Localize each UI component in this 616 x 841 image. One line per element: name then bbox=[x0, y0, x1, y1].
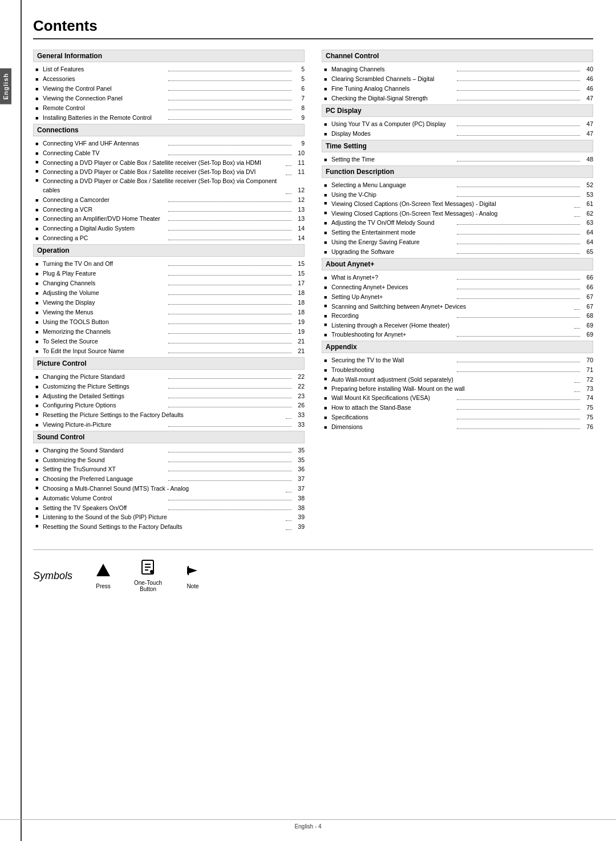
toc-text: Listening to the Sound of the Sub (PIP) … bbox=[43, 512, 284, 521]
toc-text: Scanning and Switching between Anynet+ D… bbox=[331, 302, 573, 311]
page-number: 11 bbox=[293, 158, 305, 167]
toc-section: Connections ■ Connecting VHF and UHF Ant… bbox=[33, 124, 305, 244]
dot-leader bbox=[168, 353, 292, 353]
page-number: 23 bbox=[293, 391, 305, 401]
list-item: ■ Using Your TV as a Computer (PC) Displ… bbox=[322, 119, 593, 129]
dot-leader bbox=[168, 452, 292, 452]
toc-text: Automatic Volume Control bbox=[43, 494, 167, 503]
svg-rect-4 bbox=[145, 569, 148, 571]
dot-leader bbox=[168, 145, 292, 145]
dot-leader bbox=[168, 294, 292, 295]
page-number: 12 bbox=[293, 185, 305, 195]
toc-text: Auto Wall-mount adjustment (Sold separat… bbox=[331, 375, 573, 384]
dot-leader bbox=[286, 418, 291, 419]
dot-leader bbox=[286, 165, 291, 166]
page-number: 76 bbox=[582, 422, 593, 431]
svg-point-5 bbox=[150, 570, 153, 573]
list-item: ■ Accessories 5 bbox=[33, 74, 305, 84]
toc-text: Viewing the Display bbox=[43, 298, 167, 307]
bullet-icon: ■ bbox=[35, 86, 41, 94]
list-item: ■ Setting the Time 48 bbox=[322, 155, 593, 164]
page-number: 6 bbox=[293, 84, 305, 93]
toc-text: Connecting a DVD Player or Cable Box / S… bbox=[43, 158, 284, 167]
section-header: Appendix bbox=[322, 341, 593, 353]
bullet-icon: ■ bbox=[324, 424, 330, 432]
list-item: ■ Auto Wall-mount adjustment (Sold separ… bbox=[322, 375, 593, 384]
bullet-icon: ■ bbox=[324, 192, 330, 200]
toc-text: Installing Batteries in the Remote Contr… bbox=[43, 113, 167, 122]
press-label: Press bbox=[96, 583, 111, 589]
list-item: ■ Adjusting the Volume 18 bbox=[33, 288, 305, 298]
symbol-one-touch: One-TouchButton bbox=[134, 559, 162, 592]
list-item: ■ Connecting Anynet+ Devices 66 bbox=[322, 282, 593, 292]
bullet-icon: ■ bbox=[324, 95, 330, 103]
bullet-icon: ■ bbox=[324, 395, 330, 403]
bullet-icon: ■ bbox=[35, 225, 41, 233]
dot-leader bbox=[168, 71, 292, 71]
toc-list: ■ List of Features 5 ■ Accessories 5 ■ V… bbox=[33, 64, 305, 123]
list-item: ■ Connecting an Amplifier/DVD Home Theat… bbox=[33, 214, 305, 224]
toc-text: Using Your TV as a Computer (PC) Display bbox=[331, 119, 455, 128]
bullet-icon: ■ bbox=[324, 220, 330, 228]
bullet-icon: ■ bbox=[324, 357, 330, 365]
page-number: 18 bbox=[293, 288, 305, 297]
list-item: ■ Using the TOOLS Button 19 bbox=[33, 317, 305, 327]
bullet-icon: ■ bbox=[35, 374, 41, 382]
toc-list: ■ Turning the TV On and Off 15 ■ Plug & … bbox=[33, 259, 305, 355]
bullet-icon: ■ bbox=[324, 302, 330, 310]
page-number: 74 bbox=[582, 393, 593, 402]
toc-section: PC Display ■ Using Your TV as a Computer… bbox=[322, 104, 593, 139]
list-item: ■ Fine Tuning Analog Channels 46 bbox=[322, 84, 593, 94]
dot-leader bbox=[168, 230, 292, 231]
list-item: ■ Connecting a PC 14 bbox=[33, 233, 305, 243]
toc-text: Checking the Digital-Signal Strength bbox=[331, 94, 455, 103]
page-number: 47 bbox=[582, 119, 593, 128]
page-number: 73 bbox=[582, 384, 593, 393]
dot-leader bbox=[168, 119, 292, 120]
bullet-icon: ■ bbox=[35, 235, 41, 243]
dot-leader bbox=[457, 135, 581, 136]
list-item: ■ Adjusting the TV On/Off Melody Sound 6… bbox=[322, 218, 593, 228]
toc-text: Adjusting the Detailed Settings bbox=[43, 391, 167, 401]
bullet-icon: ■ bbox=[324, 249, 330, 257]
toc-content: Listening through a Receiver (Home theat… bbox=[331, 321, 593, 330]
list-item: ■ Viewing the Control Panel 6 bbox=[33, 84, 305, 94]
list-item: ■ Connecting a VCR 13 bbox=[33, 205, 305, 215]
dot-leader bbox=[457, 362, 581, 362]
dot-leader bbox=[457, 90, 581, 91]
toc-list: ■ Using Your TV as a Computer (PC) Displ… bbox=[322, 119, 593, 139]
dot-leader bbox=[168, 211, 292, 212]
list-item: ■ Upgrading the Software 65 bbox=[322, 247, 593, 257]
list-item: ■ Display Modes 47 bbox=[322, 129, 593, 139]
list-item: ■ Changing Channels 17 bbox=[33, 278, 305, 288]
page-number: 17 bbox=[293, 278, 305, 288]
page-number: 35 bbox=[293, 446, 305, 455]
page-number: 48 bbox=[582, 155, 593, 164]
toc-text: Customizing the Sound bbox=[43, 455, 167, 464]
page-number: 26 bbox=[293, 401, 305, 410]
toc-text: Managing Channels bbox=[331, 64, 455, 74]
page-number: 61 bbox=[582, 199, 593, 208]
list-item: ■ How to attach the Stand-Base 75 bbox=[322, 403, 593, 413]
bullet-icon: ■ bbox=[35, 505, 41, 513]
side-label: English bbox=[0, 68, 11, 104]
dot-leader bbox=[457, 279, 581, 280]
symbol-note: Note bbox=[185, 563, 201, 589]
one-touch-icon bbox=[140, 559, 156, 577]
list-item: ■ Managing Channels 40 bbox=[322, 64, 593, 74]
bullet-icon: ■ bbox=[324, 66, 330, 74]
dot-leader bbox=[574, 391, 580, 392]
page-number: 9 bbox=[293, 113, 305, 122]
toc-section: Time Setting ■ Setting the Time 48 bbox=[322, 140, 593, 164]
dot-leader bbox=[168, 285, 292, 285]
toc-text: Setting Up Anynet+ bbox=[331, 292, 455, 301]
toc-text: Configuring Picture Options bbox=[43, 401, 167, 410]
toc-text: Viewing Closed Captions (On-Screen Text … bbox=[331, 199, 573, 208]
dot-leader bbox=[457, 80, 581, 81]
dot-leader bbox=[168, 426, 292, 427]
list-item: ■ Resetting the Sound Settings to the Fa… bbox=[33, 522, 305, 531]
page-number: 69 bbox=[582, 330, 593, 339]
bullet-icon: ■ bbox=[35, 402, 41, 410]
toc-text: Plug & Play Feature bbox=[43, 269, 167, 278]
list-item: ■ Installing Batteries in the Remote Con… bbox=[33, 113, 305, 123]
